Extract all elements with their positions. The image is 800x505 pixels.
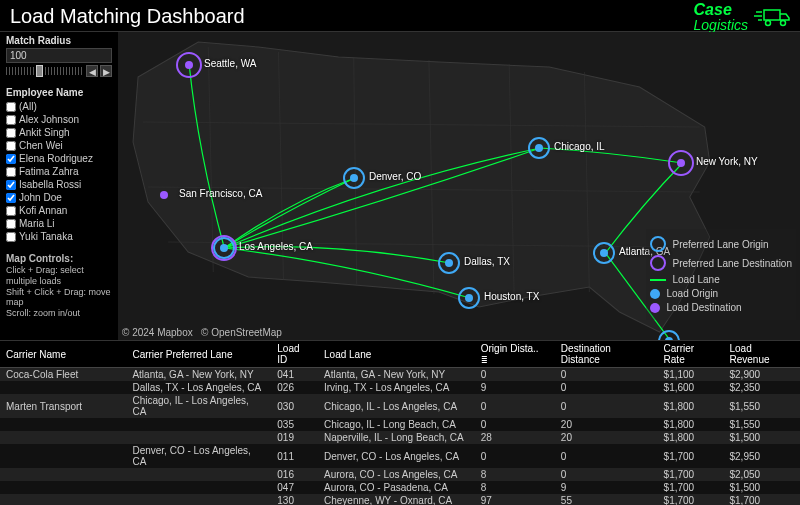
- svg-point-2: [781, 20, 786, 25]
- table-cell: 0: [475, 418, 555, 431]
- city-dot[interactable]: [445, 259, 453, 267]
- sort-icon: ≣: [481, 356, 488, 365]
- table-row[interactable]: Denver, CO - Los Angeles, CA011Denver, C…: [0, 444, 800, 468]
- legend-dest-label: Load Destination: [666, 302, 741, 313]
- table-cell: 0: [475, 368, 555, 382]
- employee-filter-row[interactable]: Maria Li: [6, 217, 112, 230]
- table-cell: 041: [271, 368, 318, 382]
- results-table-wrap: Carrier NameCarrier Preferred LaneLoad I…: [0, 340, 800, 505]
- column-header[interactable]: Origin Dista.. ≣: [475, 341, 555, 368]
- employee-name-text: John Doe: [19, 191, 62, 204]
- brand-logo: Case Logistics: [694, 2, 790, 32]
- legend-lane-icon: [650, 279, 666, 281]
- map-controls-line: Scroll: zoom in/out: [6, 308, 112, 319]
- employee-checkbox[interactable]: [6, 154, 16, 164]
- slider-next-button[interactable]: ▶: [100, 65, 112, 77]
- table-cell: 28: [475, 431, 555, 444]
- column-header[interactable]: Carrier Preferred Lane: [126, 341, 271, 368]
- column-header[interactable]: Load Revenue: [723, 341, 800, 368]
- employee-name-text: Ankit Singh: [19, 126, 70, 139]
- employee-filter-row[interactable]: Ankit Singh: [6, 126, 112, 139]
- table-row[interactable]: Dallas, TX - Los Angeles, CA026Irving, T…: [0, 381, 800, 394]
- table-cell: 97: [475, 494, 555, 505]
- employee-checkbox[interactable]: [6, 206, 16, 216]
- employee-checkbox[interactable]: [6, 180, 16, 190]
- table-cell: 026: [271, 381, 318, 394]
- table-cell: $1,700: [658, 468, 724, 481]
- employee-filter-row[interactable]: Yuki Tanaka: [6, 230, 112, 243]
- table-row[interactable]: Marten TransportChicago, IL - Los Angele…: [0, 394, 800, 418]
- table-row[interactable]: 130Cheyenne, WY - Oxnard, CA9755$1,700$1…: [0, 494, 800, 505]
- map-canvas[interactable]: Seattle, WASan Francisco, CALos Angeles,…: [118, 32, 800, 340]
- employee-name-label: Employee Name: [6, 87, 112, 98]
- city-dot[interactable]: [160, 191, 168, 199]
- table-row[interactable]: 047Aurora, CO - Pasadena, CA89$1,700$1,5…: [0, 481, 800, 494]
- attribution-mapbox[interactable]: © 2024 Mapbox: [122, 327, 193, 338]
- map-legend: Preferred Lane Origin Preferred Lane Des…: [646, 229, 796, 320]
- map-controls-line: Click + Drag: select multiple loads: [6, 265, 112, 287]
- table-cell: 20: [555, 418, 658, 431]
- table-cell: [126, 418, 271, 431]
- attribution-osm[interactable]: © OpenStreetMap: [201, 327, 282, 338]
- employee-filter-row[interactable]: (All): [6, 100, 112, 113]
- city-dot[interactable]: [185, 61, 193, 69]
- city-dot[interactable]: [350, 174, 358, 182]
- employee-filter-row[interactable]: Kofi Annan: [6, 204, 112, 217]
- employee-filter-row[interactable]: Elena Rodriguez: [6, 152, 112, 165]
- employee-checkbox[interactable]: [6, 232, 16, 242]
- employee-checkbox[interactable]: [6, 193, 16, 203]
- employee-checkbox[interactable]: [6, 167, 16, 177]
- table-cell: Aurora, CO - Pasadena, CA: [318, 481, 475, 494]
- truck-icon: [754, 6, 790, 28]
- table-row[interactable]: 035Chicago, IL - Long Beach, CA020$1,800…: [0, 418, 800, 431]
- table-cell: Chicago, IL - Long Beach, CA: [318, 418, 475, 431]
- legend-pref-dest-icon: [650, 255, 666, 271]
- employee-filter-row[interactable]: Fatima Zahra: [6, 165, 112, 178]
- table-cell: $1,550: [723, 394, 800, 418]
- table-cell: $2,350: [723, 381, 800, 394]
- column-header[interactable]: Carrier Rate: [658, 341, 724, 368]
- legend-lane-label: Load Lane: [672, 274, 719, 285]
- employee-filter-row[interactable]: John Doe: [6, 191, 112, 204]
- table-cell: $1,100: [658, 368, 724, 382]
- table-cell: 55: [555, 494, 658, 505]
- legend-pref-dest-label: Preferred Lane Destination: [672, 258, 792, 269]
- table-cell: [0, 444, 126, 468]
- employee-filter-row[interactable]: Isabella Rossi: [6, 178, 112, 191]
- match-radius-slider[interactable]: [6, 67, 84, 75]
- column-header[interactable]: Load Lane: [318, 341, 475, 368]
- column-header[interactable]: Load ID: [271, 341, 318, 368]
- table-cell: 035: [271, 418, 318, 431]
- table-cell: 9: [475, 381, 555, 394]
- employee-checkbox[interactable]: [6, 219, 16, 229]
- table-cell: [0, 381, 126, 394]
- city-dot[interactable]: [600, 249, 608, 257]
- employee-name-text: (All): [19, 100, 37, 113]
- city-dot[interactable]: [465, 294, 473, 302]
- city-dot[interactable]: [665, 337, 673, 340]
- table-cell: $1,700: [658, 444, 724, 468]
- slider-prev-button[interactable]: ◀: [86, 65, 98, 77]
- column-header[interactable]: Carrier Name: [0, 341, 126, 368]
- city-dot[interactable]: [220, 244, 228, 252]
- employee-checkbox[interactable]: [6, 115, 16, 125]
- employee-checkbox[interactable]: [6, 102, 16, 112]
- table-row[interactable]: 016Aurora, CO - Los Angeles, CA80$1,700$…: [0, 468, 800, 481]
- table-row[interactable]: 019Naperville, IL - Long Beach, CA2820$1…: [0, 431, 800, 444]
- table-cell: 030: [271, 394, 318, 418]
- column-header[interactable]: Destination Distance: [555, 341, 658, 368]
- match-radius-input[interactable]: [6, 48, 112, 63]
- city-label: Dallas, TX: [464, 256, 510, 267]
- svg-point-1: [766, 20, 771, 25]
- table-row[interactable]: Coca-Cola FleetAtlanta, GA - New York, N…: [0, 368, 800, 382]
- table-cell: 8: [475, 481, 555, 494]
- employee-filter-row[interactable]: Chen Wei: [6, 139, 112, 152]
- city-dot[interactable]: [535, 144, 543, 152]
- employee-checkbox[interactable]: [6, 128, 16, 138]
- table-cell: 011: [271, 444, 318, 468]
- legend-origin-icon: [650, 289, 660, 299]
- employee-filter-row[interactable]: Alex Johnson: [6, 113, 112, 126]
- city-dot[interactable]: [677, 159, 685, 167]
- employee-checkbox[interactable]: [6, 141, 16, 151]
- table-cell: $1,700: [658, 494, 724, 505]
